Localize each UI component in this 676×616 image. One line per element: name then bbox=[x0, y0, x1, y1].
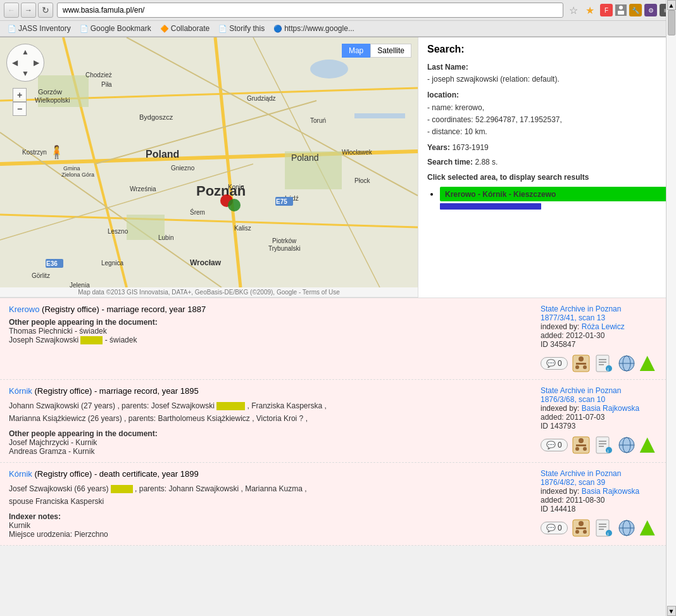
map-pan-up[interactable]: ▲ bbox=[20, 46, 31, 58]
indexer-note-3b: Miejsce urodzenia: Pierzchno bbox=[9, 530, 108, 539]
globe-icon-3[interactable] bbox=[617, 519, 636, 537]
record-archive-link-2[interactable]: State Archive in Poznan bbox=[541, 386, 621, 395]
document-icon-1[interactable]: i bbox=[594, 354, 613, 373]
vote-up-button-2[interactable] bbox=[640, 437, 655, 453]
svg-text:Września: Września bbox=[130, 185, 156, 192]
search-result-item[interactable]: Krerowo - Kórnik - Kieszczewo bbox=[440, 187, 667, 210]
comment-button-2[interactable]: 💬 0 bbox=[541, 439, 568, 451]
map-nav-circle: ▲ ▼ ◀ ▶ bbox=[6, 44, 44, 82]
record-indexer-link-3[interactable]: Basia Rajkowska bbox=[582, 487, 639, 496]
record-indexed-label-3: indexed by: bbox=[541, 487, 582, 496]
record-body-line-2b: Marianna Książkiewicz (26 years) , paren… bbox=[9, 414, 308, 423]
bookmark-storify[interactable]: 📄 Storify this bbox=[215, 23, 268, 34]
yellow-highlight-1 bbox=[80, 336, 103, 344]
bookmark-star[interactable]: ☆ bbox=[567, 4, 580, 16]
comment-count-1: 0 bbox=[558, 359, 562, 368]
comment-button-3[interactable]: 💬 0 bbox=[541, 522, 568, 534]
map-type-map[interactable]: Map bbox=[342, 44, 370, 58]
svg-point-69 bbox=[579, 438, 584, 443]
vote-up-button-3[interactable] bbox=[640, 520, 655, 536]
scrollbar-down-button[interactable]: ▼ bbox=[667, 606, 676, 614]
page-scrollbar[interactable]: ▲ ▼ bbox=[666, 37, 676, 614]
address-bar[interactable] bbox=[57, 3, 563, 18]
refresh-button[interactable]: ↻ bbox=[38, 3, 53, 18]
vote-up-button-1[interactable] bbox=[640, 356, 655, 371]
map-container[interactable]: Poznań Poland Poland Gorzów Wielkopolski… bbox=[0, 37, 418, 287]
bookmark-star-filled[interactable]: ★ bbox=[584, 4, 596, 16]
browser-chrome: ← → ↻ ☆ ★ F 🔧 ⚙ ≡ 📄 JASS Inventory bbox=[0, 0, 676, 37]
comment-icon-1: 💬 bbox=[546, 359, 556, 368]
record-others-2: Other people appearing in the document: … bbox=[9, 429, 534, 456]
svg-text:Poland: Poland bbox=[291, 153, 319, 163]
svg-text:Toruń: Toruń bbox=[310, 117, 326, 124]
record-archive-link-1[interactable]: State Archive in Poznan bbox=[541, 305, 621, 313]
record-ref-link-2[interactable]: 1876/3/68, scan 10 bbox=[541, 395, 605, 404]
map-pan-down[interactable]: ▼ bbox=[20, 68, 31, 79]
comment-icon-2: 💬 bbox=[546, 441, 556, 449]
document-icon-3[interactable]: i bbox=[594, 519, 613, 537]
bookmark-google-search[interactable]: 🔵 https://www.google... bbox=[270, 23, 358, 34]
record-title-3: Kórnik (Registry office) - death certifi… bbox=[9, 469, 534, 479]
family-tree-icon-1[interactable] bbox=[572, 354, 591, 373]
zoom-out-button[interactable]: − bbox=[13, 102, 27, 116]
record-id-3: ID 144418 bbox=[541, 505, 575, 513]
bookmark-google-icon: 📄 bbox=[80, 25, 89, 33]
zoom-in-button[interactable]: + bbox=[13, 88, 27, 102]
browser-icons: F 🔧 ⚙ ≡ bbox=[600, 4, 672, 16]
map-attribution: Map data ©2013 GIS Innovatsia, DATA+, Ge… bbox=[0, 287, 418, 298]
svg-text:🧍: 🧍 bbox=[49, 144, 65, 160]
record-main-2: Kórnik (Registry office) - marriage reco… bbox=[9, 386, 534, 456]
result-location-bar[interactable]: Krerowo - Kórnik - Kieszczewo bbox=[440, 187, 667, 201]
map-svg: Poznań Poland Poland Gorzów Wielkopolski… bbox=[0, 37, 418, 287]
record-ref-link-3[interactable]: 1876/4/82, scan 39 bbox=[541, 478, 605, 487]
globe-icon-1[interactable] bbox=[617, 354, 636, 373]
bookmark-google[interactable]: 📄 Google Bookmark bbox=[76, 23, 155, 34]
back-button[interactable]: ← bbox=[4, 3, 19, 18]
records-section: Krerowo (Registry office) - marriage rec… bbox=[0, 298, 676, 546]
map-type-satellite[interactable]: Satellite bbox=[370, 44, 411, 58]
result-location-sub bbox=[440, 203, 541, 210]
bookmark-jass[interactable]: 📄 JASS Inventory bbox=[4, 23, 75, 34]
browser-icon-3[interactable]: 🔧 bbox=[629, 4, 642, 16]
bookmark-storify-label: Storify this bbox=[229, 24, 265, 33]
search-time-section: Search time: 2.88 s. bbox=[427, 158, 667, 167]
svg-text:Kostrzyn: Kostrzyn bbox=[22, 149, 47, 156]
record-title-rest-2: (Registry office) - marriage record, yea… bbox=[34, 386, 198, 396]
browser-icon-2[interactable] bbox=[615, 4, 627, 16]
record-archive-link-3[interactable]: State Archive in Poznan bbox=[541, 469, 621, 478]
svg-text:Piła: Piła bbox=[101, 81, 112, 88]
svg-text:E75: E75 bbox=[276, 198, 287, 205]
record-indexer-link-1[interactable]: Róża Lewicz bbox=[582, 322, 625, 331]
map-attribution-text: Map data ©2013 GIS Innovatsia, DATA+, Ge… bbox=[78, 289, 340, 296]
forward-button[interactable]: → bbox=[21, 3, 36, 18]
record-added-2: added: 2011-07-03 bbox=[541, 413, 604, 422]
browser-icon-4[interactable]: ⚙ bbox=[644, 4, 657, 16]
record-location-link-1[interactable]: Krerowo bbox=[9, 305, 39, 314]
record-location-link-2[interactable]: Kórnik bbox=[9, 386, 32, 396]
svg-rect-17 bbox=[354, 113, 405, 118]
map-pan-left[interactable]: ◀ bbox=[9, 57, 20, 68]
svg-point-52 bbox=[228, 199, 241, 211]
browser-icon-1[interactable]: F bbox=[600, 4, 613, 16]
document-icon-2[interactable]: i bbox=[594, 436, 613, 455]
search-location-section: location: - name: krerowo, - coordinates… bbox=[427, 89, 667, 138]
record-location-link-3[interactable]: Kórnik bbox=[9, 469, 32, 479]
svg-text:Gniezno: Gniezno bbox=[171, 165, 195, 172]
record-actions-1: 💬 0 i bbox=[541, 354, 667, 373]
family-tree-icon-3[interactable] bbox=[572, 519, 591, 537]
svg-text:E36: E36 bbox=[46, 260, 58, 267]
globe-icon-2[interactable] bbox=[617, 436, 636, 455]
svg-text:Gmina: Gmina bbox=[63, 165, 80, 172]
bookmark-collaborate[interactable]: 🔶 Collaborate bbox=[156, 23, 213, 34]
click-hint: Click selected area, to display search r… bbox=[427, 173, 667, 182]
svg-text:Grudziądz: Grudziądz bbox=[247, 95, 276, 102]
record-ref-link-1[interactable]: 1877/3/41, scan 13 bbox=[541, 313, 605, 322]
record-title-rest-3: (Registry office) - death certificate, y… bbox=[34, 469, 198, 479]
comment-count-2: 0 bbox=[558, 441, 562, 449]
record-indexer-link-2[interactable]: Basia Rajkowska bbox=[582, 404, 639, 413]
family-tree-icon-2[interactable] bbox=[572, 436, 591, 455]
map-pan-right[interactable]: ▶ bbox=[30, 57, 42, 68]
comment-button-1[interactable]: 💬 0 bbox=[541, 357, 568, 370]
svg-text:i: i bbox=[607, 367, 608, 372]
main-content-area: Poznań Poland Poland Gorzów Wielkopolski… bbox=[0, 37, 676, 298]
